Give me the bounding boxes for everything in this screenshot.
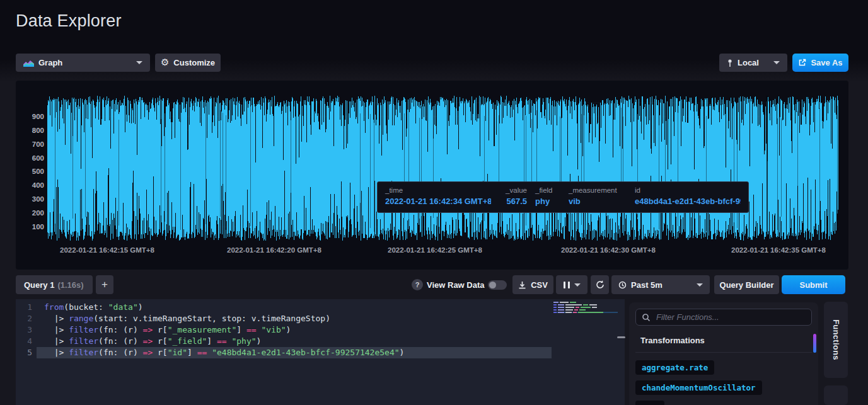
tooltip-column-measurement: _measurementvib [569,186,627,208]
divider [635,352,812,353]
x-axis-tick: 2022-01-21 16:42:15 GMT+8 [60,246,154,254]
refresh-button[interactable] [591,275,609,294]
refresh-icon [596,280,605,289]
panel-resize-handle[interactable] [617,336,625,338]
query-tab-name: Query 1 [24,280,54,290]
y-axis-tick: 600 [16,153,44,163]
code-lines: 1from(bucket: "data")2 |> range(start: v… [16,302,625,358]
code-line[interactable]: 5 |> filter(fn: (r) => r["id"] == "e48bd… [16,347,625,358]
area-chart-icon [23,59,34,67]
query-duration: (1.16s) [57,280,83,290]
page-title: Data Explorer [16,11,122,31]
time-series-chart[interactable] [47,96,838,241]
write-location-dropdown[interactable]: Local [719,54,787,72]
pin-icon [727,59,733,67]
x-axis-tick: 2022-01-21 16:42:30 GMT+8 [561,246,656,254]
y-axis-tick: 500 [16,166,44,176]
chevron-down-icon [697,283,703,287]
x-axis-tick: 2022-01-21 16:42:25 GMT+8 [388,246,482,254]
add-query-button[interactable]: + [96,275,113,294]
csv-download-button[interactable]: CSV [512,275,553,294]
editor-minimap[interactable] [553,302,624,314]
y-axis-tick: 900 [16,111,44,122]
tab-functions[interactable]: Functions [824,302,848,378]
toggle-knob [489,282,496,288]
function-item-partial[interactable] [635,401,664,405]
function-item[interactable]: aggregate.rate [635,360,714,375]
y-axis-tick: 200 [16,208,44,218]
help-icon[interactable]: ? [412,279,423,290]
query-tab[interactable]: Query 1 (1.16s) [16,275,93,294]
x-axis-tick: 2022-01-21 16:42:20 GMT+8 [227,246,321,254]
tab-next-partial[interactable] [824,385,848,405]
tooltip-column-field: _fieldphy [535,186,560,208]
download-icon [518,281,526,289]
function-item[interactable]: chandeMomentumOscillator [635,380,762,395]
save-as-button[interactable]: Save As [792,54,848,72]
tooltip-column-value: _value567.5 [499,186,527,208]
chart-panel: _time2022-01-21 16:42:34 GMT+8_value567.… [16,81,848,270]
search-icon [642,313,651,322]
x-axis-tick: 2022-01-21 16:42:35 GMT+8 [731,246,826,254]
function-category-header: Transformations [640,336,705,345]
clock-icon [618,281,627,289]
scrollbar-thumb[interactable] [813,334,816,353]
code-line[interactable]: 4 |> filter(fn: (r) => r["_field"] == "p… [16,336,625,347]
code-line[interactable]: 3 |> filter(fn: (r) => r["_measurement"]… [16,324,625,336]
pause-refresh-button[interactable] [556,275,587,294]
time-range-dropdown[interactable]: Past 5m [611,275,710,294]
visualization-type-dropdown[interactable]: Graph [16,54,150,72]
view-raw-data-label: View Raw Data [427,280,485,290]
query-builder-button[interactable]: Query Builder [714,275,779,294]
function-search-input[interactable] [655,312,806,322]
tooltip-column-time: _time2022-01-21 16:42:34 GMT+8 [385,186,491,208]
view-raw-data-toggle[interactable] [488,280,507,290]
customize-button[interactable]: ⚙ Customize [155,54,221,72]
chevron-down-icon [773,61,780,64]
flux-code-editor[interactable]: 1from(bucket: "data")2 |> range(start: v… [16,299,625,405]
chevron-down-icon [136,61,142,64]
functions-panel: Transformations aggregate.ratechandeMome… [629,302,818,405]
chevron-down-icon [574,283,581,287]
y-axis-tick: 300 [16,194,44,204]
y-axis-tick: 800 [16,125,44,135]
code-line[interactable]: 2 |> range(start: v.timeRangeStart, stop… [16,313,625,324]
visualization-type-label: Graph [38,58,62,67]
tooltip-column-id: ide48bd4a1-e2d1-43eb-bfcf-992… [635,186,741,208]
gear-icon: ⚙ [161,58,169,67]
function-search-box[interactable] [635,309,812,326]
chart-tooltip: _time2022-01-21 16:42:34 GMT+8_value567.… [377,181,749,213]
pause-icon [564,282,565,288]
y-axis-tick: 400 [16,180,44,190]
y-axis-tick: 100 [16,222,44,232]
code-line[interactable]: 1from(bucket: "data") [16,302,625,313]
export-icon [798,59,806,67]
submit-button[interactable]: Submit [782,275,845,294]
y-axis-tick: 700 [16,139,44,149]
